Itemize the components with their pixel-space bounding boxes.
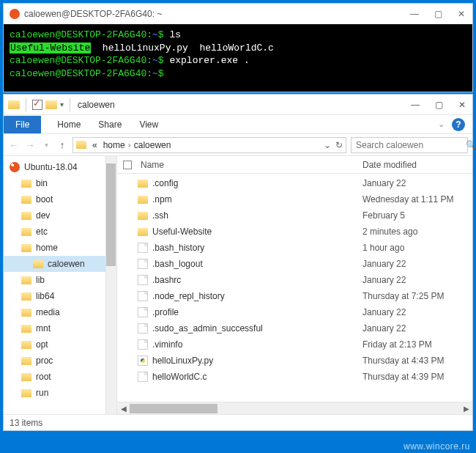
terminal-title: caloewen@DESKTOP-2FA6G40: ~ [24,9,409,19]
tree-item[interactable]: proc [4,353,116,369]
file-name-cell[interactable]: .profile [138,307,355,317]
scroll-left-icon[interactable]: ◀ [117,405,130,413]
tab-file[interactable]: File [4,116,41,133]
file-name: .ssh [152,210,168,221]
tree-item[interactable]: media [4,304,116,320]
file-row[interactable]: .configJanuary 22 [117,175,472,191]
minimize-icon[interactable]: — [409,9,420,19]
file-date: Wednesday at 1:11 PM [355,194,472,205]
refresh-icon[interactable]: ↻ [335,140,343,150]
tree-item-selected[interactable]: caloewen [4,256,116,272]
ubuntu-icon [10,162,20,172]
help-icon[interactable]: ? [452,118,465,131]
file-row[interactable]: .viminfoFriday at 2:13 PM [117,336,472,353]
tab-share[interactable]: Share [89,116,130,133]
tree-item[interactable]: lib64 [4,288,116,304]
file-row[interactable]: .bash_logoutJanuary 22 [117,256,472,272]
tree-item[interactable]: lib [4,272,116,288]
tree-item[interactable]: bin [4,175,116,191]
scrollbar-thumb[interactable] [106,163,116,266]
folder-icon [138,180,148,188]
folder-icon [21,389,31,397]
close-icon[interactable]: ✕ [456,100,468,110]
nav-tree[interactable]: Ubuntu-18.04 bin boot dev etc home caloe… [4,156,117,414]
nav-forward-icon[interactable]: → [24,139,36,151]
minimize-icon[interactable]: — [409,100,421,110]
folder-icon [21,292,31,301]
file-name-cell[interactable]: .viminfo [138,339,355,350]
search-box[interactable]: 🔍 [351,137,468,153]
tree-item[interactable]: home [4,240,116,256]
terminal-body[interactable]: caloewen@DESKTOP-2FA6G40:~$ ls Useful-We… [4,24,472,92]
tree-item[interactable]: root [4,369,116,385]
address-bar[interactable]: « home › caloewen ⌄ ↻ [72,137,346,153]
file-date: January 22 [355,307,472,317]
term-prompt-user: caloewen@DESKTOP-2FA6G40 [10,29,146,40]
file-row[interactable]: .sudo_as_admin_successfulJanuary 22 [117,320,472,336]
horizontal-scrollbar[interactable]: ◀ ▶ [117,402,472,414]
nav-up-icon[interactable]: ↑ [56,139,68,151]
file-name-cell[interactable]: .config [138,178,355,188]
file-name: .profile [152,307,179,317]
file-name-cell[interactable]: .bash_history [138,243,355,253]
separator [70,98,70,111]
file-row[interactable]: helloWorldC.cThursday at 4:39 PM [117,369,472,385]
maximize-icon[interactable]: ▢ [433,100,445,110]
scrollbar-thumb[interactable] [130,404,217,413]
file-row[interactable]: .node_repl_historyThursday at 7:25 PM [117,288,472,304]
file-row[interactable]: Useful-Website2 minutes ago [117,224,472,240]
folder-icon[interactable] [45,100,57,109]
tree-item[interactable]: etc [4,224,116,240]
file-name-cell[interactable]: Useful-Website [138,226,355,237]
breadcrumb[interactable]: « [89,140,100,150]
file-name-cell[interactable]: .npm [138,194,355,205]
file-date: Friday at 2:13 PM [355,339,472,350]
file-row[interactable]: helloLinuxPy.pyThursday at 4:43 PM [117,353,472,369]
qat-properties-icon[interactable] [32,100,42,110]
header-name[interactable]: Name [138,160,355,170]
ribbon-collapse-icon[interactable]: ⌄ [438,119,445,129]
breadcrumb[interactable]: caloewen [131,140,174,150]
tree-root[interactable]: Ubuntu-18.04 [4,159,116,175]
header-checkbox[interactable] [117,161,138,169]
nav-recent-icon[interactable]: ▾ [40,141,52,149]
folder-icon [21,341,31,349]
file-list[interactable]: .configJanuary 22.npmWednesday at 1:11 P… [117,174,472,402]
close-icon[interactable]: ✕ [456,9,466,19]
chevron-down-icon[interactable]: ⌄ [324,140,331,150]
nav-back-icon[interactable]: ← [8,139,20,151]
file-row[interactable]: .sshFebruary 5 [117,207,472,224]
file-name-cell[interactable]: .node_repl_history [138,291,355,301]
search-input[interactable] [356,140,466,150]
file-icon [138,243,148,253]
column-headers: Name Date modified [117,156,472,174]
file-name-cell[interactable]: .bashrc [138,275,355,285]
tab-view[interactable]: View [130,116,167,133]
file-row[interactable]: .bash_history1 hour ago [117,240,472,256]
file-date: January 22 [355,178,472,188]
tree-item[interactable]: mnt [4,320,116,336]
file-icon [138,275,148,285]
file-name-cell[interactable]: .ssh [138,210,355,221]
search-icon[interactable]: 🔍 [466,140,476,150]
file-name-cell[interactable]: helloLinuxPy.py [138,356,355,366]
file-row[interactable]: .bashrcJanuary 22 [117,272,472,288]
header-date[interactable]: Date modified [355,160,472,170]
qat-dropdown-icon[interactable]: ▾ [60,100,64,108]
scroll-right-icon[interactable]: ▶ [460,405,472,413]
tree-item[interactable]: boot [4,191,116,207]
scrollbar-track[interactable] [130,402,460,414]
folder-icon [21,228,31,236]
file-name-cell[interactable]: helloWorldC.c [138,372,355,382]
file-name-cell[interactable]: .sudo_as_admin_successful [138,323,355,334]
tree-item[interactable]: run [4,385,116,401]
maximize-icon[interactable]: ▢ [433,9,443,19]
tree-item[interactable]: opt [4,336,116,353]
file-row[interactable]: .profileJanuary 22 [117,304,472,320]
file-row[interactable]: .npmWednesday at 1:11 PM [117,191,472,207]
tab-home[interactable]: Home [48,116,89,133]
tree-scrollbar[interactable] [105,156,116,414]
tree-item[interactable]: dev [4,207,116,224]
file-name-cell[interactable]: .bash_logout [138,259,355,269]
breadcrumb[interactable]: home [100,140,128,150]
